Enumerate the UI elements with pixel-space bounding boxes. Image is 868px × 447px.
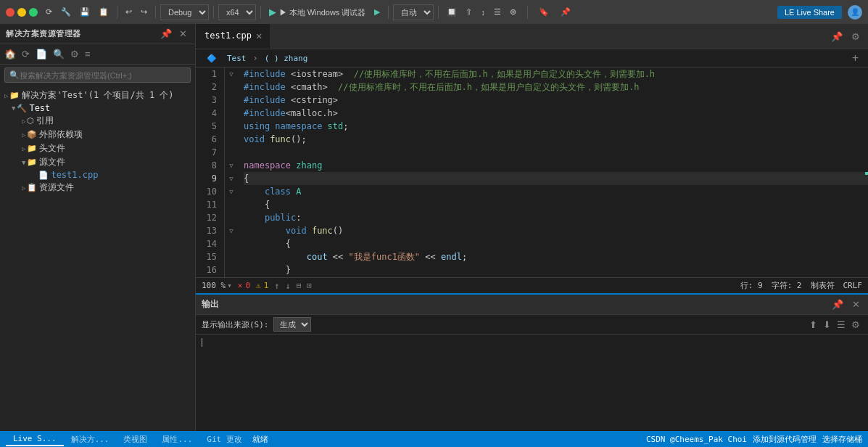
- fold-9[interactable]: ▽: [225, 172, 238, 185]
- minimize-window-btn[interactable]: [17, 8, 26, 17]
- output-menu-btn[interactable]: ☰: [835, 319, 848, 331]
- platform-dropdown[interactable]: x64: [218, 4, 256, 20]
- bookmark-btn[interactable]: 🔖: [535, 6, 553, 18]
- sep-1: [117, 6, 117, 19]
- maximize-window-btn[interactable]: [29, 8, 38, 17]
- sidebar-header: 解决方案资源管理器 📌 ✕: [0, 24, 195, 44]
- warn-icon: ⚠: [256, 281, 261, 290]
- src-item[interactable]: ▼ 📁 源文件: [0, 155, 195, 169]
- fold-2: [225, 81, 238, 94]
- output-action-btns: ⬆ ⬇ ☰ ⚙: [807, 319, 862, 331]
- code-line-6: void func();: [244, 133, 868, 146]
- title-bar: ⟳ 🔧 💾 📋 ↩ ↪ Debug x64 ▶ ▶ 本地 Windows 调试器…: [0, 0, 868, 24]
- zoom-control[interactable]: 100 % ▾: [202, 281, 232, 290]
- filter-btn[interactable]: 🔍: [51, 47, 66, 61]
- more-btn[interactable]: ≡: [83, 47, 92, 61]
- extern-icon: 📦: [27, 130, 37, 139]
- line-info: 行: 9: [740, 280, 763, 291]
- var-a: a: [307, 276, 312, 277]
- redo-btn[interactable]: ↪: [137, 6, 151, 18]
- ln-12: 12: [202, 211, 217, 224]
- header-item[interactable]: ▷ 📁 头文件: [0, 142, 195, 155]
- ln-5: 5: [202, 120, 217, 133]
- home-btn[interactable]: 🏠: [3, 47, 17, 61]
- up-arrow[interactable]: ↑: [274, 281, 279, 291]
- toolbar-extra-5[interactable]: ⊕: [506, 6, 520, 18]
- fold-10[interactable]: ▽: [225, 185, 238, 198]
- test-icon: 🔨: [17, 104, 27, 113]
- tab-pin-btn[interactable]: 📌: [829, 30, 845, 43]
- tab-close-btn[interactable]: ✕: [256, 30, 262, 41]
- code-line-14: {: [244, 237, 868, 250]
- code-line-12: public:: [244, 211, 868, 224]
- undo-btn[interactable]: ↩: [122, 6, 136, 18]
- bottom-tab-classview[interactable]: 类视图: [116, 432, 154, 446]
- res-icon: 📋: [27, 183, 37, 192]
- user-avatar[interactable]: 👤: [848, 5, 862, 20]
- ns-zhang: zhang: [296, 159, 322, 172]
- search-input[interactable]: [20, 71, 186, 80]
- tab-bar: test1.cpp ✕ 📌 ⚙: [196, 24, 868, 49]
- select-storage-label[interactable]: 选择存储桶: [822, 434, 862, 445]
- live-share-btn[interactable]: LE Live Share: [777, 6, 842, 19]
- solution-item[interactable]: ▷ 📁 解决方案'Test'(1 个项目/共 1 个): [0, 89, 195, 102]
- refs-item[interactable]: ▷ ⬡ 引用: [0, 114, 195, 128]
- sidebar-title: 解决方案资源管理器: [6, 28, 81, 39]
- settings-btn[interactable]: ⚙: [69, 47, 80, 61]
- toolbar-extra-1[interactable]: 🔲: [443, 6, 460, 18]
- toolbar-extra-2[interactable]: ⇧: [462, 6, 476, 18]
- toolbar-extra-4[interactable]: ☰: [490, 6, 505, 18]
- extern-item[interactable]: ▷ 📦 外部依赖项: [0, 128, 195, 142]
- inc-4: <malloc.h>: [286, 107, 338, 120]
- code-line-11: {: [244, 198, 868, 211]
- toolbar-btn-2[interactable]: 🔧: [57, 6, 75, 18]
- test-project-item[interactable]: ▼ 🔨 Test: [0, 102, 195, 114]
- tab-test1cpp[interactable]: test1.cpp ✕: [196, 24, 271, 49]
- bottom-tab-liveshare[interactable]: Live S...: [6, 432, 64, 446]
- output-settings-btn[interactable]: ⚙: [849, 319, 862, 331]
- bottom-tab-properties[interactable]: 属性...: [154, 432, 199, 446]
- output-scroll-down-btn[interactable]: ⬇: [821, 319, 833, 331]
- test1cpp-item[interactable]: 📄 test1.cpp: [0, 169, 195, 181]
- nav-add-btn[interactable]: +: [848, 50, 862, 66]
- bookmark2-btn[interactable]: 📌: [557, 6, 574, 18]
- fold-15: [225, 250, 238, 263]
- toolbar-btn-1[interactable]: ⟳: [42, 6, 56, 18]
- refs-label: 引用: [36, 115, 54, 127]
- output-source-select[interactable]: 生成: [273, 317, 311, 332]
- add-to-vcs-label[interactable]: 添加到源代码管理: [753, 434, 817, 445]
- code-content[interactable]: #include <iostream> //使用标准库时，不用在后面加.h，如果…: [238, 67, 868, 277]
- bottom-tab-solution[interactable]: 解决方...: [64, 432, 117, 446]
- fold-1[interactable]: ▽: [225, 67, 238, 81]
- fold-8[interactable]: ▽: [225, 159, 238, 172]
- toolbar-btn-4[interactable]: 📋: [95, 6, 112, 18]
- refresh-btn[interactable]: ⟳: [20, 47, 31, 61]
- nav-file-icon[interactable]: 🔷: [202, 52, 222, 65]
- output-close-btn[interactable]: ✕: [850, 298, 862, 311]
- header-label: 头文件: [39, 142, 65, 155]
- close-window-btn[interactable]: [6, 8, 15, 17]
- fold-5: [225, 120, 238, 133]
- fold-13[interactable]: ▽: [225, 224, 238, 237]
- bottom-tab-git[interactable]: Git 更改: [199, 432, 249, 446]
- output-title: 输出: [202, 298, 219, 311]
- toolbar-btn-3[interactable]: 💾: [76, 6, 94, 18]
- run-btn[interactable]: ▶ ▶ 本地 Windows 调试器: [265, 5, 369, 20]
- ln-11: 11: [202, 198, 217, 211]
- output-pin-btn[interactable]: 📌: [830, 298, 846, 311]
- pin-sidebar-btn[interactable]: 📌: [158, 28, 174, 40]
- zoom-dropdown-icon[interactable]: ▾: [227, 281, 232, 290]
- res-item[interactable]: ▷ 📋 资源文件: [0, 181, 195, 194]
- toolbar-extra-3[interactable]: ↕: [477, 7, 489, 18]
- close-sidebar-btn[interactable]: ✕: [177, 28, 189, 40]
- nav-breadcrumb-func[interactable]: ( ) zhang: [260, 52, 313, 65]
- auto-dropdown[interactable]: 自动: [393, 4, 434, 20]
- down-arrow[interactable]: ↓: [285, 281, 290, 291]
- tab-settings-btn[interactable]: ⚙: [849, 30, 862, 43]
- nav-breadcrumb-file[interactable]: Test: [222, 52, 252, 65]
- new-file-btn[interactable]: 📄: [34, 47, 49, 61]
- run-arrow-btn[interactable]: ▶: [371, 6, 384, 18]
- tab-spacer: [271, 24, 823, 49]
- debug-dropdown[interactable]: Debug: [160, 4, 209, 20]
- output-scroll-up-btn[interactable]: ⬆: [807, 319, 819, 331]
